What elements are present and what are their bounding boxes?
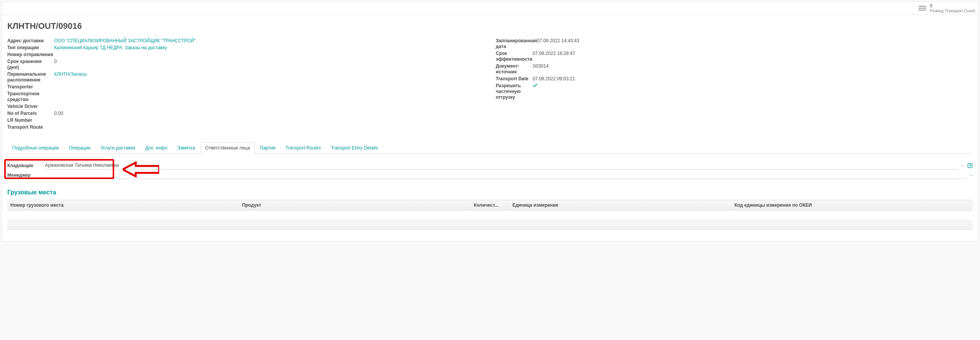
tab-ops[interactable]: Операции: [64, 142, 95, 154]
source-doc-value: S03014: [533, 63, 973, 75]
allow-partial-label: Разрешить частичную отгрузку: [496, 83, 533, 100]
storage-days-label: Срок хранения (дни): [7, 59, 54, 70]
tabs: Подробные операцииОперацииУслуги доставк…: [7, 142, 973, 154]
cargo-col-qty[interactable]: Количест...: [471, 200, 509, 211]
initial-location-label: Первоначальное расположение: [7, 71, 54, 83]
vehicle-label: Транспортное средство: [7, 91, 54, 103]
tab-detailed[interactable]: Подробные операции: [7, 142, 64, 154]
tab-batches[interactable]: Партии: [255, 142, 281, 154]
operation-type-link-2[interactable]: Заказы на доставку: [125, 45, 167, 50]
storage-days-value: 0: [54, 59, 484, 70]
form-sheet: 0 Picking Transport Count КЛНТН/OUT/0901…: [2, 2, 978, 242]
remove-storekeeper-dash[interactable]: –: [961, 163, 963, 168]
cargo-table-footer: [7, 221, 973, 230]
transport-route-value: [54, 124, 484, 130]
storekeeper-label: Кладовщик: [7, 163, 44, 168]
transporter-label: Transporter: [7, 84, 54, 90]
shipment-no-label: Номер отправления: [7, 52, 54, 58]
stat-bar: 0 Picking Transport Count: [2, 2, 978, 15]
vehicle-value: [54, 91, 484, 103]
page-title: КЛНТН/OUT/09016: [7, 21, 973, 31]
driver-value: [54, 104, 484, 109]
operation-type-link-1[interactable]: Калининский Карьер ТД НЕДРА:: [54, 45, 123, 50]
cargo-col-okei[interactable]: Код единицы измерения по ОКЕИ: [731, 200, 973, 211]
shipment-no-value: [54, 52, 484, 58]
initial-location-link[interactable]: КЛНТН/Запасы: [54, 71, 87, 77]
svg-rect-1: [918, 8, 926, 9]
responsible-panel: Кладовщик – Менеджер –: [7, 161, 973, 179]
picking-transport-count-stat[interactable]: 0 Picking Transport Count: [918, 3, 975, 13]
delivery-address-link[interactable]: ООО "СПЕЦИАЛИЗИРОВАННЫЙ ЗАСТРОЙЩИК "ТРАН…: [54, 38, 196, 43]
tab-troutes[interactable]: Transport Routes: [280, 142, 326, 154]
stat-label: Picking Transport Count: [930, 8, 975, 13]
tab-note[interactable]: Заметка: [172, 142, 200, 154]
source-doc-label: Документ-источник: [496, 63, 533, 75]
parcels-value: 0,00: [54, 111, 484, 116]
transport-date-label: Transport Date: [496, 76, 533, 82]
svg-rect-2: [918, 10, 926, 11]
tab-delivery[interactable]: Услуги доставки: [95, 142, 140, 154]
table-row: [7, 211, 973, 221]
tab-addinfo[interactable]: Доп. инфо: [140, 142, 172, 154]
cargo-col-product[interactable]: Продукт: [239, 200, 471, 211]
operation-type-label: Тип операции: [7, 45, 54, 51]
lr-number-label: LR Number: [7, 118, 54, 123]
transport-date-value: 07.09.2022 09:03:21: [533, 76, 973, 82]
delivery-address-label: Адрес доставки: [7, 38, 54, 44]
external-link-icon[interactable]: [967, 163, 973, 168]
cargo-table: Номер грузового места Продукт Количест..…: [7, 200, 973, 221]
tab-tentry[interactable]: Transport Entry Details: [326, 142, 383, 154]
parcels-label: No of Parcels: [7, 111, 54, 116]
list-icon: [918, 5, 926, 12]
storekeeper-input[interactable]: [44, 161, 958, 169]
manager-label: Менеджер: [7, 172, 44, 178]
deadline-value: 07.09.2022 18:28:47: [533, 51, 973, 62]
check-icon: [533, 83, 537, 88]
left-fields: Адрес доставки ООО "СПЕЦИАЛИЗИРОВАННЫЙ З…: [7, 38, 484, 131]
cargo-col-uom[interactable]: Единица измерения: [509, 200, 732, 211]
transport-route-label: Transport Route: [7, 124, 54, 130]
remove-manager-dash[interactable]: –: [970, 172, 973, 178]
planned-date-value: 07.09.2022 14:43:43: [537, 38, 973, 50]
cargo-section-title: Грузовые места: [7, 189, 973, 196]
tab-responsible[interactable]: Ответственные лица: [200, 142, 255, 154]
transporter-value: [54, 84, 484, 90]
cargo-col-number[interactable]: Номер грузового места: [7, 200, 239, 211]
stat-value: 0: [930, 3, 975, 8]
lr-number-value: [54, 118, 484, 123]
manager-input[interactable]: [44, 171, 967, 179]
driver-label: Vehicle Driver: [7, 104, 54, 109]
svg-rect-0: [918, 6, 926, 7]
deadline-label: Срок эффективности: [496, 51, 533, 62]
right-fields: Запланированная дата 07.09.2022 14:43:43…: [496, 38, 973, 131]
planned-date-label: Запланированная дата: [496, 38, 537, 50]
